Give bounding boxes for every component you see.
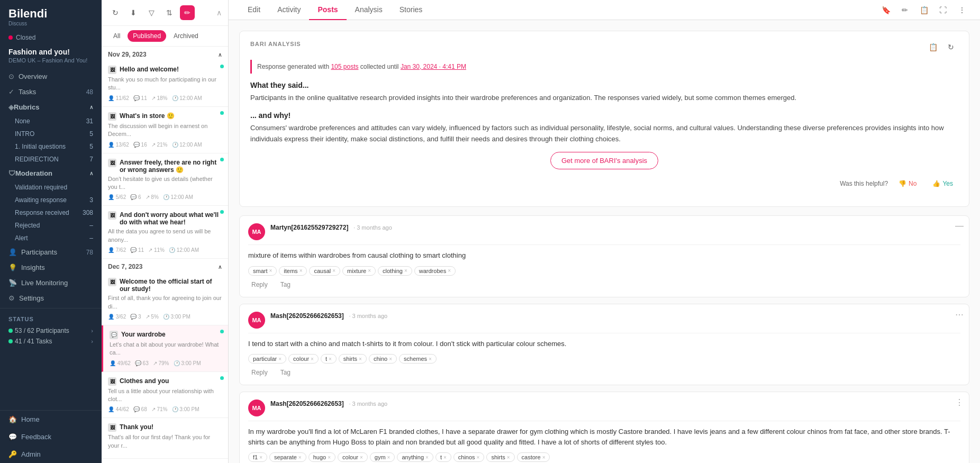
compose-btn[interactable]: ✏ bbox=[180, 5, 195, 20]
bari-refresh-btn[interactable]: ↻ bbox=[943, 40, 958, 55]
bari-notice-date[interactable]: Jan 30, 2024 · 4:41 PM bbox=[401, 63, 466, 70]
tag-anything[interactable]: anything × bbox=[397, 452, 433, 462]
tag-castore[interactable]: castore × bbox=[517, 452, 550, 462]
sidebar-item-rejected[interactable]: Rejected – bbox=[0, 219, 102, 232]
post-time-martyn: · 3 months ago bbox=[353, 224, 392, 231]
sidebar-item-moderation[interactable]: 🛡Moderation ∧ bbox=[0, 166, 102, 181]
tag-chinos[interactable]: chinos × bbox=[453, 452, 485, 462]
tab-analysis[interactable]: Analysis bbox=[347, 0, 391, 20]
tag-t1[interactable]: t × bbox=[321, 354, 337, 364]
tag-colour1[interactable]: colour × bbox=[288, 354, 319, 364]
tag-wardrobes[interactable]: wardrobes × bbox=[414, 266, 456, 276]
sidebar-item-rubrics[interactable]: ◈Rubrics ∧ bbox=[0, 99, 102, 115]
post-icon-1: 🖼 bbox=[108, 66, 116, 74]
sidebar-item-none[interactable]: None 31 bbox=[0, 115, 102, 128]
bari-header: BARI ANALYSIS bbox=[250, 41, 301, 47]
sidebar-item-awaiting[interactable]: Awaiting response 3 bbox=[0, 194, 102, 206]
moderation-icon: 🛡 bbox=[8, 169, 15, 177]
tag-x-causal[interactable]: × bbox=[332, 268, 335, 274]
sidebar-item-overview[interactable]: ⊙Overview bbox=[0, 69, 102, 84]
tab-archived[interactable]: Archived bbox=[168, 30, 204, 42]
sidebar-item-tasks[interactable]: ✓Tasks 48 bbox=[0, 84, 102, 99]
download-btn[interactable]: ⬇ bbox=[126, 5, 141, 20]
post-menu-mash2[interactable]: ⋮ bbox=[955, 397, 964, 407]
post-card-4[interactable]: 🖼And don't worry about what we'll do wit… bbox=[102, 206, 228, 259]
tag-items[interactable]: items × bbox=[279, 266, 307, 276]
tab-all[interactable]: All bbox=[108, 30, 125, 42]
post-menu-martyn[interactable]: — bbox=[955, 221, 964, 231]
sidebar-item-live[interactable]: 📡Live Monitoring bbox=[0, 275, 102, 290]
expand-btn[interactable]: ⛶ bbox=[936, 3, 950, 17]
tab-edit[interactable]: Edit bbox=[239, 0, 269, 20]
post-card-8[interactable]: 🖼Thank you! That's all for our first day… bbox=[102, 418, 228, 459]
sidebar-item-participants[interactable]: 👤Participants 78 bbox=[0, 244, 102, 260]
tag-mixture[interactable]: mixture × bbox=[342, 266, 376, 276]
tag-x-smart[interactable]: × bbox=[269, 268, 273, 274]
tag-shirts2[interactable]: shirts × bbox=[486, 452, 514, 462]
date-header-dec7[interactable]: Dec 7, 2023 ∧ bbox=[102, 259, 228, 273]
tag-shirts1[interactable]: shirts × bbox=[339, 354, 367, 364]
sidebar-item-response[interactable]: Response received 308 bbox=[0, 206, 102, 219]
tag-causal[interactable]: causal × bbox=[309, 266, 340, 276]
bari-notice-count[interactable]: 105 posts bbox=[331, 63, 358, 70]
tag-btn-martyn[interactable]: Tag bbox=[277, 280, 294, 289]
sidebar-item-feedback[interactable]: 💬Feedback bbox=[0, 428, 102, 446]
post-card-2[interactable]: 🖼What's in store 🙂 The discussion will b… bbox=[102, 107, 228, 153]
tag-schemes[interactable]: schemes × bbox=[399, 354, 437, 364]
sidebar-item-initial[interactable]: 1. Initial questions 5 bbox=[0, 140, 102, 153]
tag-x-clothing[interactable]: × bbox=[404, 268, 407, 274]
tag-f1[interactable]: f1 × bbox=[248, 452, 267, 462]
post-card-5[interactable]: 🖼Welcome to the official start of our st… bbox=[102, 273, 228, 325]
post-actions-mash1: Reply Tag bbox=[248, 368, 960, 377]
sidebar-item-alert[interactable]: Alert – bbox=[0, 232, 102, 244]
tag-clothing[interactable]: clothing × bbox=[378, 266, 412, 276]
sidebar-item-insights[interactable]: 💡Insights bbox=[0, 260, 102, 275]
sidebar-item-home[interactable]: 🏠Home bbox=[0, 411, 102, 428]
tag-colour2[interactable]: colour × bbox=[338, 452, 368, 462]
tab-posts[interactable]: Posts bbox=[309, 0, 346, 20]
reply-btn-mash1[interactable]: Reply bbox=[248, 368, 271, 377]
edit-btn[interactable]: ✏ bbox=[897, 3, 912, 17]
sidebar-item-settings[interactable]: ⚙Settings bbox=[0, 290, 102, 306]
tag-x-wardrobes[interactable]: × bbox=[448, 268, 451, 274]
tag-chino[interactable]: chino × bbox=[369, 354, 397, 364]
tag-x-items[interactable]: × bbox=[300, 268, 303, 274]
tag-smart[interactable]: smart × bbox=[248, 266, 277, 276]
copy-btn[interactable]: 📋 bbox=[917, 3, 931, 17]
helpful-yes-btn[interactable]: 👍 Yes bbox=[927, 178, 958, 189]
tag-particular[interactable]: particular × bbox=[248, 354, 286, 364]
helpful-no-btn[interactable]: 👎 No bbox=[893, 178, 922, 189]
post-card-6[interactable]: 💬Your wardrobe Let's chat a bit about yo… bbox=[102, 325, 228, 372]
post-card-3[interactable]: 🖼Answer freely, there are no right or wr… bbox=[102, 153, 228, 206]
bari-more-btn[interactable]: Get more of BARI's analysis bbox=[550, 152, 658, 169]
sidebar-item-intro[interactable]: INTRO 5 bbox=[0, 128, 102, 140]
tag-t2[interactable]: t × bbox=[435, 452, 451, 462]
meta-time-6: 🕐 3:00 PM bbox=[174, 360, 201, 366]
sort-btn[interactable]: ⇅ bbox=[162, 5, 177, 20]
collapse-icon[interactable]: ∧ bbox=[216, 8, 222, 17]
tab-stories[interactable]: Stories bbox=[391, 0, 431, 20]
status-tasks[interactable]: 41 / 41 Tasks › bbox=[8, 336, 93, 347]
post-menu-mash1[interactable]: ⋯ bbox=[955, 310, 964, 320]
refresh-btn[interactable]: ↻ bbox=[108, 5, 123, 20]
reply-btn-martyn[interactable]: Reply bbox=[248, 280, 271, 289]
tag-gym[interactable]: gym × bbox=[370, 452, 395, 462]
filter-btn[interactable]: ▽ bbox=[144, 5, 159, 20]
sidebar-item-validation[interactable]: Validation required bbox=[0, 181, 102, 194]
sidebar-item-admin[interactable]: 🔑Admin bbox=[0, 446, 102, 463]
tag-x-mixture[interactable]: × bbox=[368, 268, 371, 274]
sidebar-item-redirection[interactable]: REDIRECTION 7 bbox=[0, 153, 102, 166]
post-card-1[interactable]: 🖼Hello and welcome! Thank you so much fo… bbox=[102, 60, 228, 107]
tab-published[interactable]: Published bbox=[128, 30, 166, 42]
tab-activity[interactable]: Activity bbox=[269, 0, 309, 20]
tag-hugo[interactable]: hugo × bbox=[308, 452, 335, 462]
status-participants[interactable]: 53 / 62 Participants › bbox=[8, 325, 93, 336]
bookmark-btn[interactable]: 🔖 bbox=[878, 3, 893, 17]
green-dot-1 bbox=[220, 65, 224, 68]
tag-btn-mash1[interactable]: Tag bbox=[277, 368, 294, 377]
tag-separate[interactable]: separate × bbox=[269, 452, 306, 462]
bari-copy-btn[interactable]: 📋 bbox=[925, 40, 940, 55]
date-header-nov29[interactable]: Nov 29, 2023 ∧ bbox=[102, 47, 228, 60]
more-btn[interactable]: ⋮ bbox=[955, 3, 969, 17]
post-card-7[interactable]: 🖼Clothes and you Tell us a little about … bbox=[102, 372, 228, 419]
